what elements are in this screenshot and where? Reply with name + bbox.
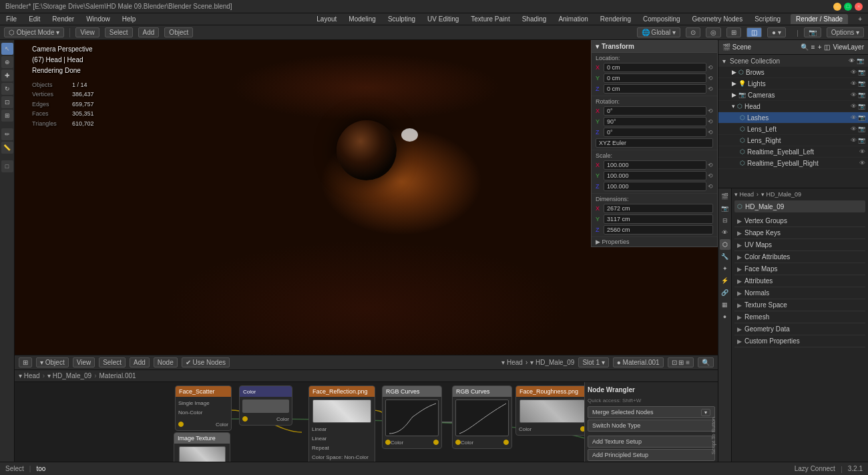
ws-layout[interactable]: Layout xyxy=(314,15,339,23)
menu-render[interactable]: Render xyxy=(50,15,76,23)
ol-brows[interactable]: ▶ ⬡ Brows 👁 📷 xyxy=(718,67,868,78)
prop-remesh[interactable]: ▶ Remesh xyxy=(734,311,865,323)
eyeball-l-eye[interactable]: 👁 xyxy=(859,148,865,155)
prop-view-icon[interactable]: 👁 xyxy=(720,227,730,238)
rot-y-input[interactable]: 90° xyxy=(604,117,706,126)
menu-window[interactable]: Window xyxy=(84,15,112,23)
prop-physics-icon[interactable]: ⚡ xyxy=(720,275,730,286)
object-menu[interactable]: Object xyxy=(164,27,193,37)
outliner-options-btn[interactable]: ≡ xyxy=(811,43,815,51)
node-view-menu[interactable]: ▾ Object xyxy=(36,357,69,367)
dim-x[interactable]: 2672 cm xyxy=(604,204,713,213)
prop-face-maps[interactable]: ▶ Face Maps xyxy=(734,263,865,275)
maximize-btn[interactable]: □ xyxy=(844,3,852,11)
ol-lashes[interactable]: ⬡ Lashes 👁 📷 xyxy=(718,112,868,124)
tool-transform[interactable]: ⊞ xyxy=(1,110,13,122)
camera-btn[interactable]: 📷 xyxy=(804,27,821,37)
properties-link[interactable]: ▶ Properties xyxy=(592,236,717,247)
scale-z-input[interactable]: 100.000 xyxy=(604,182,706,191)
lashes-render-btn[interactable]: 📷 xyxy=(858,114,865,121)
ws-geometry[interactable]: Geometry Nodes xyxy=(690,15,745,23)
ol-cameras[interactable]: ▶ 📷 Cameras 👁 📷 xyxy=(718,90,868,101)
bc-mesh[interactable]: ▾ HD_Male_09 xyxy=(47,372,91,379)
eyeball-r-eye[interactable]: 👁 xyxy=(859,160,865,166)
search-node[interactable]: 🔍 xyxy=(698,357,714,367)
node-editor-type[interactable]: ⊞ xyxy=(19,357,32,367)
cameras-eye-btn[interactable]: 👁 xyxy=(851,92,857,98)
lights-eye-btn[interactable]: 👁 xyxy=(851,80,857,87)
nw-merge-nodes[interactable]: Merge Selected Nodes ▾ xyxy=(588,406,715,418)
nw-add-texture[interactable]: Add Texture Setup xyxy=(588,436,715,448)
scale-y-input[interactable]: 100.000 xyxy=(604,171,706,180)
ws-animation[interactable]: Animation xyxy=(556,15,590,23)
tool-measure[interactable]: 📏 xyxy=(1,142,13,154)
node-rgb-curves1[interactable]: RGB Curves Color xyxy=(382,385,442,449)
menu-file[interactable]: File xyxy=(4,15,19,23)
collection-render-btn[interactable]: 👁 📷 xyxy=(849,57,864,64)
ol-lens-left[interactable]: ⬡ Lens_Left 👁 📷 xyxy=(718,124,868,135)
ws-render-shade[interactable]: Render / Shade xyxy=(791,14,848,24)
head-eye-btn[interactable]: 👁 xyxy=(851,103,857,110)
nw-switch-type[interactable]: Switch Node Type xyxy=(588,420,715,432)
rot-x-input[interactable]: 0° xyxy=(604,106,706,116)
node-rgb-curves2[interactable]: RGB Curves Color xyxy=(452,385,512,449)
prop-object-icon[interactable]: ⬡ xyxy=(720,239,730,250)
outliner-filter-btn[interactable]: 🔍 xyxy=(801,43,809,51)
ol-eyeball-left[interactable]: ⬡ Realtime_Eyeball_Left 👁 xyxy=(718,146,868,158)
overlay-btn[interactable]: ⊞ xyxy=(726,27,741,37)
viewport-layer-btn[interactable]: ViewLayer xyxy=(833,43,864,51)
loc-z-input[interactable]: 0 cm xyxy=(604,84,706,94)
head-render-btn[interactable]: 📷 xyxy=(858,103,865,110)
node-img-tex[interactable]: Image Texture Color xyxy=(174,432,230,462)
minimize-btn[interactable]: – xyxy=(833,3,841,11)
slot-selector[interactable]: Slot 1 ▾ xyxy=(578,357,608,367)
tool-move[interactable]: ✚ xyxy=(1,69,13,82)
nw-add-principled[interactable]: Add Principled Setup xyxy=(588,449,715,461)
prop-custom-props[interactable]: ▶ Custom Properties xyxy=(734,335,865,347)
prop-particles-icon[interactable]: ✦ xyxy=(720,263,730,274)
tool-add-cube[interactable]: □ xyxy=(1,160,13,172)
ol-lens-right[interactable]: ⬡ Lens_Right 👁 📷 xyxy=(718,135,868,146)
ws-scripting[interactable]: Scripting xyxy=(752,15,783,23)
node-add-btn[interactable]: Add xyxy=(130,357,150,367)
prop-uv-maps[interactable]: ▶ UV Maps xyxy=(734,239,865,251)
bc-material[interactable]: Material.001 xyxy=(99,372,136,379)
window-controls[interactable]: – □ × xyxy=(833,3,863,11)
prop-geometry-data[interactable]: ▶ Geometry Data xyxy=(734,323,865,335)
dim-z[interactable]: 2560 cm xyxy=(604,225,713,234)
loc-x-input[interactable]: 0 cm xyxy=(604,63,706,72)
prop-texture-space[interactable]: ▶ Texture Space xyxy=(734,299,865,311)
lens-right-render[interactable]: 📷 xyxy=(858,137,865,144)
ws-rendering[interactable]: Rendering xyxy=(598,15,633,23)
ws-sculpting[interactable]: Sculpting xyxy=(386,15,417,23)
proportional-btn[interactable]: ◎ xyxy=(706,27,721,37)
menu-edit[interactable]: Edit xyxy=(27,15,42,23)
lens-right-eye[interactable]: 👁 xyxy=(851,137,857,144)
ol-lights[interactable]: ▶ 💡 Lights 👁 📷 xyxy=(718,78,868,90)
node-color1[interactable]: Color Color xyxy=(239,385,292,426)
ws-add-tab[interactable]: + xyxy=(856,15,864,23)
outliner-view-btn[interactable]: ◫ xyxy=(824,43,830,51)
transform-header[interactable]: ▾ Transform xyxy=(592,41,717,53)
lens-left-eye[interactable]: 👁 xyxy=(851,126,857,132)
viewport-shading[interactable]: ● ▾ xyxy=(767,27,786,37)
brows-eye-btn[interactable]: 👁 xyxy=(851,69,857,75)
snap-btn[interactable]: ⊙ xyxy=(686,27,700,37)
ol-eyeball-right[interactable]: ⬡ Realtime_Eyeball_Right 👁 xyxy=(718,158,868,169)
node-canvas[interactable]: Face_Scatter Single Image Non-Color Colo… xyxy=(15,382,718,462)
menu-help[interactable]: Help xyxy=(120,15,138,23)
ol-head[interactable]: ▾ ⬡ Head 👁 📷 xyxy=(718,101,868,112)
tool-rotate[interactable]: ↻ xyxy=(1,83,13,95)
node-face-reflection[interactable]: Face_Reflection.png Linear Linear Repeat… xyxy=(308,385,375,462)
dim-y[interactable]: 3117 cm xyxy=(604,214,713,224)
prop-constraints-icon[interactable]: 🔗 xyxy=(720,287,730,298)
lights-render-btn[interactable]: 📷 xyxy=(858,80,865,87)
prop-vertex-groups[interactable]: ▶ Vertex Groups xyxy=(734,215,865,227)
prop-render-icon[interactable]: 📷 xyxy=(720,203,730,214)
node-face-scatter[interactable]: Face_Scatter Single Image Non-Color Colo… xyxy=(175,385,232,431)
lashes-eye-btn[interactable]: 👁 xyxy=(851,114,857,121)
bc-head[interactable]: ▾ Head xyxy=(19,372,40,379)
ws-texture-paint[interactable]: Texture Paint xyxy=(469,15,511,23)
prop-color-attrs[interactable]: ▶ Color Attributes xyxy=(734,251,865,263)
mode-selector[interactable]: ⬡ Object Mode ▾ xyxy=(4,27,64,37)
